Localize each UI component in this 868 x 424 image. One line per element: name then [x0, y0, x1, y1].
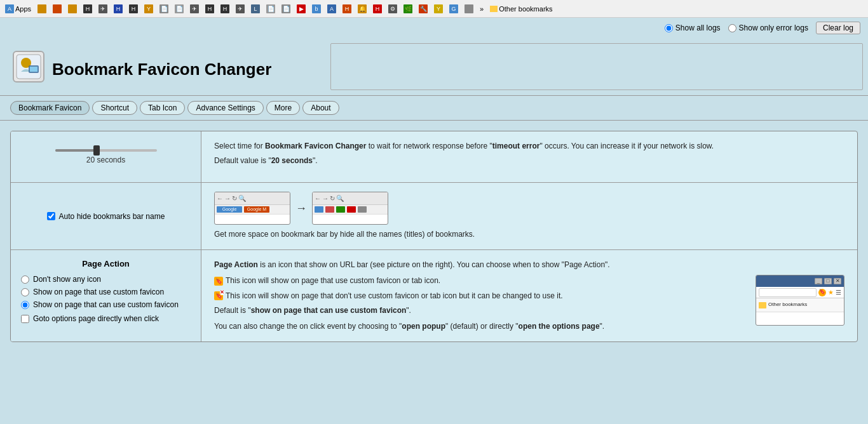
show-all-logs-radio[interactable] — [665, 24, 673, 32]
bookmark-item-18[interactable]: 📄 — [279, 3, 293, 15]
timeout-desc-part2: to wait for network response before " — [366, 142, 492, 150]
bookmark-item-19[interactable]: ▶ — [294, 3, 308, 15]
bookmark-item-7[interactable]: H — [111, 3, 125, 15]
show-error-logs-label: Show only error logs — [739, 23, 808, 32]
bookmark-item-10[interactable]: 📄 — [157, 3, 171, 15]
radio-custom-favicon-label: Show on page that use custom favicon — [33, 288, 164, 296]
pa-page-action-icon: 🔖 — [818, 289, 826, 296]
bookmark-item-8[interactable]: H — [126, 3, 140, 15]
bookmark-other-label: Other bookmarks — [499, 5, 552, 13]
radio-custom-favicon-input[interactable] — [21, 288, 29, 296]
bookmark-item-17[interactable]: 📄 — [264, 3, 278, 15]
pa-menu-icon: ☰ — [836, 288, 841, 298]
bookmark-apps-label: Apps — [15, 5, 31, 13]
goto-options-checkbox[interactable] — [21, 315, 29, 323]
top-section: Bookmark Favicon Changer — [0, 38, 868, 95]
radio-no-icon[interactable]: Don't show any icon — [21, 275, 191, 284]
timeout-desc-part3: " occurs. You can increase it if your ne… — [539, 142, 714, 150]
bookmarks-bar: A Apps H ✈ H H Y 📄 📄 ✈ H H ✈ L 📄 📄 ▶ b A… — [0, 0, 868, 18]
bookmark-item-21[interactable]: A — [325, 3, 339, 15]
pa-click-text1: You can also change the on click event b… — [214, 322, 402, 331]
autohide-checkbox[interactable] — [47, 212, 55, 220]
before-after-arrow: → — [295, 199, 307, 218]
autohide-description: ← → ↻ 🔍 Google Google M → ← → — [201, 183, 857, 249]
pa-folder-icon — [759, 302, 766, 308]
bookmark-item-29[interactable]: G — [447, 3, 461, 15]
tab-about[interactable]: About — [302, 101, 339, 115]
bookmark-item-5[interactable]: H — [81, 3, 95, 15]
bookmark-apps[interactable]: A Apps — [3, 3, 34, 15]
bookmark-item-14[interactable]: H — [218, 3, 232, 15]
goto-options-label[interactable]: Goto options page directly when click — [21, 314, 191, 323]
timeout-slider-value: 20 seconds — [86, 156, 125, 164]
log-panel — [330, 43, 863, 90]
show-all-logs-option[interactable]: Show all logs — [665, 23, 721, 32]
bookmark-item-28[interactable]: Y — [431, 3, 445, 15]
radio-custom-favicon[interactable]: Show on page that use custom favicon — [21, 288, 191, 296]
bookmark-item-15[interactable]: ✈ — [233, 3, 247, 15]
browser-bookmarks-after — [313, 205, 388, 215]
pa-default-text2: ". — [406, 306, 411, 315]
bookmark-item-2[interactable] — [35, 3, 49, 15]
tab-bookmark-favicon[interactable]: Bookmark Favicon — [10, 101, 90, 115]
log-controls: Show all logs Show only error logs Clear… — [0, 18, 868, 38]
bookmark-item-9[interactable]: Y — [142, 3, 156, 15]
tab-advance-settings[interactable]: Advance Settings — [187, 101, 263, 115]
browser-after: ← → ↻ 🔍 — [312, 192, 388, 225]
bookmark-other[interactable]: Other bookmarks — [487, 4, 555, 14]
radio-no-icon-label: Don't show any icon — [33, 275, 101, 284]
bookmark-item-30[interactable] — [462, 3, 476, 15]
bookmark-more[interactable]: » — [477, 4, 486, 14]
pa-bookmarks-bar: Other bookmarks — [756, 298, 844, 312]
pa-desc-text: is an icon that show on URL bar (see pic… — [258, 260, 610, 269]
timeout-slider-thumb[interactable] — [93, 145, 100, 156]
bookmark-item-22[interactable]: H — [340, 3, 354, 15]
autohide-desc: Get more space on bookmark bar by hide a… — [214, 229, 844, 241]
bookmark-item-12[interactable]: ✈ — [187, 3, 201, 15]
autohide-checkbox-label[interactable]: Auto hide bookmarks bar name — [47, 212, 165, 221]
bookmark-item-16[interactable]: L — [248, 3, 262, 15]
bookmark-more-label: » — [480, 5, 484, 13]
bookmark-item-3[interactable] — [50, 3, 64, 15]
pa-click-end: ". — [600, 322, 605, 331]
bookmark-item-6[interactable]: ✈ — [96, 3, 110, 15]
app-icon — [13, 51, 44, 83]
page-action-title: Page Action — [21, 259, 191, 268]
bookmark-item-27[interactable]: 🔧 — [416, 3, 430, 15]
bookmark-item-24[interactable]: H — [370, 3, 384, 15]
timeout-row: 20 seconds Select time for Bookmark Favi… — [11, 131, 857, 183]
pa-icon2-desc: This icon will show on page that don't u… — [226, 290, 563, 302]
bookmark-item-26[interactable]: 🌿 — [401, 3, 415, 15]
tab-shortcut[interactable]: Shortcut — [92, 101, 137, 115]
timeout-description: Select time for Bookmark Favicon Changer… — [201, 131, 857, 182]
pa-icon-indicator-2: 🔖 ✕ — [214, 291, 223, 300]
pa-minimize-btn: _ — [815, 278, 822, 284]
pa-click-popup: open popup — [402, 322, 445, 331]
pa-other-bookmarks: Other bookmarks — [768, 301, 807, 309]
bk-icon-5 — [358, 206, 367, 213]
timeout-desc-default1: Default value is " — [214, 156, 271, 165]
pa-close-btn: ✕ — [834, 278, 841, 284]
timeout-desc-default2: ". — [313, 156, 318, 165]
app-title: Bookmark Favicon Changer — [52, 55, 271, 79]
bookmark-item-25[interactable]: ⚙ — [386, 3, 400, 15]
bookmark-item-20[interactable]: b — [309, 3, 323, 15]
bookmark-item-4[interactable] — [65, 3, 79, 15]
page-action-row: Page Action Don't show any icon Show on … — [11, 250, 857, 341]
browser-before: ← → ↻ 🔍 Google Google M — [214, 192, 290, 225]
bookmark-item-11[interactable]: 📄 — [172, 3, 186, 15]
pa-star-icon: ★ — [828, 288, 834, 298]
tab-tab-icon[interactable]: Tab Icon — [140, 101, 185, 115]
tab-more[interactable]: More — [266, 101, 300, 115]
radio-no-icon-input[interactable] — [21, 275, 29, 284]
goto-options-text: Goto options page directly when click — [33, 314, 159, 323]
show-error-logs-option[interactable]: Show only error logs — [728, 23, 808, 32]
clear-log-button[interactable]: Clear log — [816, 22, 860, 34]
pa-icon1-desc: This icon will show on page that use cus… — [226, 275, 440, 287]
radio-can-use-input[interactable] — [21, 301, 29, 309]
bookmark-item-13[interactable]: H — [203, 3, 217, 15]
show-error-logs-radio[interactable] — [728, 24, 736, 32]
nav-tabs: Bookmark Favicon Shortcut Tab Icon Advan… — [0, 95, 868, 121]
radio-can-use[interactable]: Show on page that can use custom favicon — [21, 300, 191, 309]
bookmark-item-23[interactable]: 🔔 — [355, 3, 369, 15]
